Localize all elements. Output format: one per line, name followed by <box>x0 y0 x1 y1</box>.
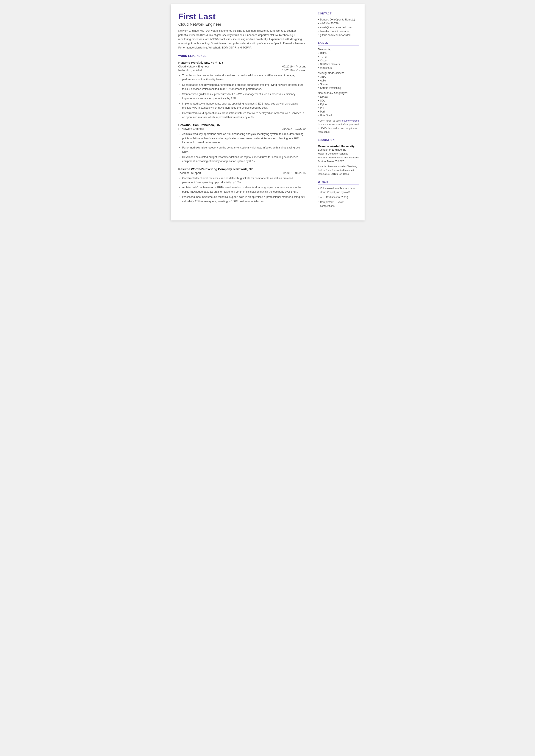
edu-details: Major in Computer Science Minors in Math… <box>318 152 359 163</box>
job-roles-3: Technical Support 08/2012 – 01/2015 <box>179 171 306 175</box>
skill-net-3: NetWare Servers <box>318 63 359 66</box>
skills-networking-list: DHCP TCP/IP Cisco NetWare Servers Wiresh… <box>318 52 359 70</box>
contact-header: CONTACT <box>318 12 359 16</box>
bullet-1-1: Spearheaded and developed automation and… <box>179 83 306 91</box>
skill-mgmt-2: Scrum <box>318 83 359 86</box>
education-section: EDUCATION Resume Worded University Bache… <box>318 139 359 176</box>
skills-db-list: Oracle SQL Python PHP Perl Unix Shell <box>318 96 359 117</box>
job-company-2: Growthsi, San Francisco, CA <box>179 123 306 127</box>
contact-item-4: github.com/resumeworded <box>318 34 359 37</box>
job-date-1-0: 07/2019 – Present <box>282 65 305 68</box>
bullet-2-2: Developed calculated budget recommendati… <box>179 155 306 164</box>
work-experience-header: WORK EXPERIENCE <box>179 55 306 59</box>
job-roles-1: Cloud Network Engineer 07/2019 – Present… <box>179 65 306 72</box>
job-date-2-0: 05/2017 – 10/2019 <box>282 127 306 130</box>
bullet-3-0: Constructed technical reviews & raised d… <box>179 176 306 185</box>
skill-db-1: SQL <box>318 99 359 102</box>
candidate-job-title: Cloud Network Engineer <box>179 22 306 27</box>
job-title-1-1: Network Specialist <box>179 69 202 72</box>
resume-container: First Last Cloud Network Engineer Networ… <box>171 4 365 220</box>
resume-worded-link[interactable]: Resume Worded <box>340 119 359 122</box>
bullet-1-2: Standardized guidelines & procedures for… <box>179 92 306 101</box>
skill-db-5: Unix Shell <box>318 114 359 117</box>
job-company-3: Resume Worded's Exciting Company, New Yo… <box>179 167 306 171</box>
skill-db-2: Python <box>318 103 359 106</box>
bullet-2-1: Performed extensive recovery on the comp… <box>179 146 306 154</box>
contact-item-0: Denver, OH (Open to Remote) <box>318 18 359 21</box>
skill-db-4: Perl <box>318 110 359 113</box>
job-role-row-1-0: Cloud Network Engineer 07/2019 – Present <box>179 65 306 68</box>
skills-mgmt-list: JIRA Agile Scrum Source Versioning <box>318 75 359 90</box>
job-bullets-3: Constructed technical reviews & raised d… <box>179 176 306 204</box>
other-item-0: Volunteered in a 3-month data cloud Proj… <box>318 186 359 194</box>
bullet-1-0: Troubleshot live production network serv… <box>179 73 306 82</box>
work-experience-section: WORK EXPERIENCE Resume Worded, New York,… <box>179 55 306 204</box>
edu-school: Resume Worded University <box>318 145 359 148</box>
right-column: CONTACT Denver, OH (Open to Remote) +1-2… <box>313 4 365 220</box>
skill-net-2: Cisco <box>318 59 359 62</box>
bullet-2-0: Administered key operations such as trou… <box>179 132 306 145</box>
job-title-1-0: Cloud Network Engineer <box>179 65 210 68</box>
skill-net-0: DHCP <box>318 52 359 55</box>
contact-section: CONTACT Denver, OH (Open to Remote) +1-2… <box>318 12 359 37</box>
skill-db-3: PHP <box>318 106 359 109</box>
skill-mgmt-0: JIRA <box>318 75 359 78</box>
job-block-2: Growthsi, San Francisco, CA IT Network E… <box>179 123 306 163</box>
job-block-1: Resume Worded, New York, NY Cloud Networ… <box>179 61 306 119</box>
left-column: First Last Cloud Network Engineer Networ… <box>171 4 313 220</box>
other-item-2: Completed 10+ AWS competitions. <box>318 200 359 208</box>
other-item-1: ABC Certification (2022) <box>318 195 359 199</box>
job-title-3-0: Technical Support <box>179 171 201 175</box>
bullet-3-2: Processed inbound/outbound technical sup… <box>179 195 306 204</box>
job-title-2-0: IT Network Engineer <box>179 127 205 130</box>
job-bullets-2: Administered key operations such as trou… <box>179 132 306 163</box>
skills-section: SKILLS Networking: DHCP TCP/IP Cisco Net… <box>318 42 359 134</box>
skills-note: • Don't forget to use Resume Worded to s… <box>318 119 359 134</box>
bullet-1-3: Implemented key enhancements such as opt… <box>179 102 306 110</box>
education-header: EDUCATION <box>318 139 359 143</box>
skill-db-0: Oracle <box>318 96 359 98</box>
contact-item-1: +1-234-456-789 <box>318 22 359 25</box>
other-list: Volunteered in a 3-month data cloud Proj… <box>318 186 359 208</box>
job-block-3: Resume Worded's Exciting Company, New Yo… <box>179 167 306 204</box>
job-role-row-1-1: Network Specialist 10/2018 – Present <box>179 69 306 72</box>
skill-net-4: Wireshark <box>318 66 359 70</box>
other-section: OTHER Volunteered in a 3-month data clou… <box>318 181 359 208</box>
other-header: OTHER <box>318 181 359 185</box>
summary-text: Network Engineer with 10+ years' experie… <box>179 29 306 50</box>
job-roles-2: IT Network Engineer 05/2017 – 10/2019 <box>179 127 306 130</box>
job-date-3-0: 08/2012 – 01/2015 <box>282 171 306 175</box>
edu-awards: Awards: Resume Worded Teaching Fellow (o… <box>318 164 359 176</box>
bullet-3-1: Architected & implemented a PHP-based so… <box>179 185 306 194</box>
edu-degree: Bachelor of Engineering <box>318 148 359 151</box>
job-bullets-1: Troubleshot live production network serv… <box>179 73 306 119</box>
skills-mgmt-label: Management Utilities: <box>318 71 359 74</box>
skill-mgmt-1: Agile <box>318 79 359 82</box>
bullet-1-4: Constructed cloud applications & cloud i… <box>179 111 306 120</box>
job-date-1-1: 10/2018 – Present <box>282 69 305 72</box>
candidate-name: First Last <box>179 12 306 21</box>
contact-item-3: linkedin.com/in/username <box>318 30 359 33</box>
edu-location-date: Boston, MA — 05/2017 <box>318 160 344 162</box>
skills-header: SKILLS <box>318 42 359 46</box>
skill-net-1: TCP/IP <box>318 55 359 58</box>
job-role-row-3-0: Technical Support 08/2012 – 01/2015 <box>179 171 306 175</box>
name-title-block: First Last Cloud Network Engineer <box>179 12 306 27</box>
contact-item-2: email@resumeworded.com <box>318 26 359 29</box>
contact-list: Denver, OH (Open to Remote) +1-234-456-7… <box>318 18 359 37</box>
job-company-1: Resume Worded, New York, NY <box>179 61 306 65</box>
skills-db-label: Databases & Languages: <box>318 92 359 95</box>
skill-mgmt-3: Source Versioning <box>318 86 359 90</box>
job-role-row-2-0: IT Network Engineer 05/2017 – 10/2019 <box>179 127 306 130</box>
skills-networking-label: Networking: <box>318 48 359 51</box>
edu-minors: Minors in Mathematics and Statistics <box>318 156 359 159</box>
edu-major: Major in Computer Science <box>318 152 349 155</box>
